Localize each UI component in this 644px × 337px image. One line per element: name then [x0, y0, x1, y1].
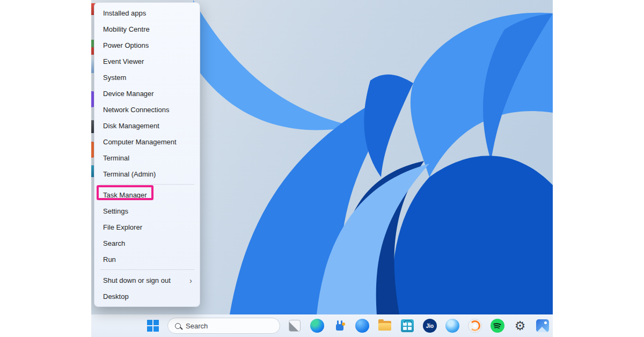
menu-item-computer-management[interactable]: Computer Management	[94, 134, 200, 150]
menu-separator	[100, 184, 194, 185]
gear-icon: ⚙	[515, 320, 526, 332]
mountain-photo-icon	[536, 319, 549, 332]
folder-icon	[378, 321, 391, 331]
screenshot-canvas: Installed apps Mobility Centre Power Opt…	[0, 0, 644, 337]
desktop[interactable]: Installed apps Mobility Centre Power Opt…	[91, 0, 553, 337]
menu-item-event-viewer[interactable]: Event Viewer	[94, 53, 200, 69]
menu-item-device-manager[interactable]: Device Manager	[94, 85, 200, 101]
storefront-icon	[401, 319, 414, 332]
dev-plug-app-icon[interactable]	[332, 318, 348, 334]
menu-item-run[interactable]: Run	[94, 251, 200, 267]
menu-item-desktop[interactable]: Desktop	[94, 288, 200, 304]
menu-item-task-manager[interactable]: Task Manager	[94, 187, 200, 203]
taskbar-search-box[interactable]: Search	[167, 318, 280, 334]
file-explorer-icon[interactable]	[377, 318, 393, 334]
jio-logo-icon: Jio	[423, 319, 437, 333]
browser-update-icon[interactable]	[467, 318, 483, 334]
store-app-icon[interactable]	[399, 318, 415, 334]
menu-item-label: Shut down or sign out	[103, 276, 171, 284]
chevron-right-icon: ›	[189, 276, 192, 284]
spotify-logo-icon	[491, 319, 504, 333]
menu-item-system[interactable]: System	[94, 69, 200, 85]
window-app-icon[interactable]	[287, 318, 303, 334]
menu-item-power-options[interactable]: Power Options	[94, 37, 200, 53]
menu-item-settings[interactable]: Settings	[94, 203, 200, 219]
plug-icon	[335, 320, 344, 331]
winx-menu: Installed apps Mobility Centre Power Opt…	[94, 2, 200, 307]
search-icon	[175, 323, 181, 329]
menu-item-disk-management[interactable]: Disk Management	[94, 118, 200, 134]
menu-item-shutdown[interactable]: Shut down or sign out ›	[94, 272, 200, 288]
settings-app-icon[interactable]: ⚙	[512, 318, 528, 334]
menu-item-mobility-centre[interactable]: Mobility Centre	[94, 21, 200, 37]
photos-app-icon[interactable]	[535, 318, 551, 334]
taskbar: Search	[91, 314, 553, 337]
menu-item-network-connections[interactable]: Network Connections	[94, 101, 200, 118]
start-button[interactable]	[145, 318, 161, 334]
windows-logo-icon	[147, 320, 159, 332]
window-frame-icon	[289, 320, 301, 332]
menu-item-terminal[interactable]: Terminal	[94, 150, 200, 166]
blue-circle-icon	[355, 319, 369, 333]
menu-item-installed-apps[interactable]: Installed apps	[94, 5, 200, 21]
menu-item-terminal-admin[interactable]: Terminal (Admin)	[94, 166, 200, 182]
menu-item-search[interactable]: Search	[94, 235, 200, 251]
spotify-icon[interactable]	[489, 318, 506, 334]
edge-browser-icon[interactable]	[309, 318, 325, 334]
jio-app-icon[interactable]: Jio	[422, 318, 438, 334]
light-blue-swirl-icon	[445, 319, 459, 333]
search-placeholder: Search	[186, 322, 208, 330]
menu-item-file-explorer[interactable]: File Explorer	[94, 219, 200, 235]
edge-beta-icon[interactable]	[444, 318, 460, 334]
menu-separator	[100, 269, 194, 270]
orange-ring-icon	[468, 319, 482, 333]
edge-swirl-icon	[310, 319, 324, 333]
messaging-app-icon[interactable]	[354, 318, 370, 334]
